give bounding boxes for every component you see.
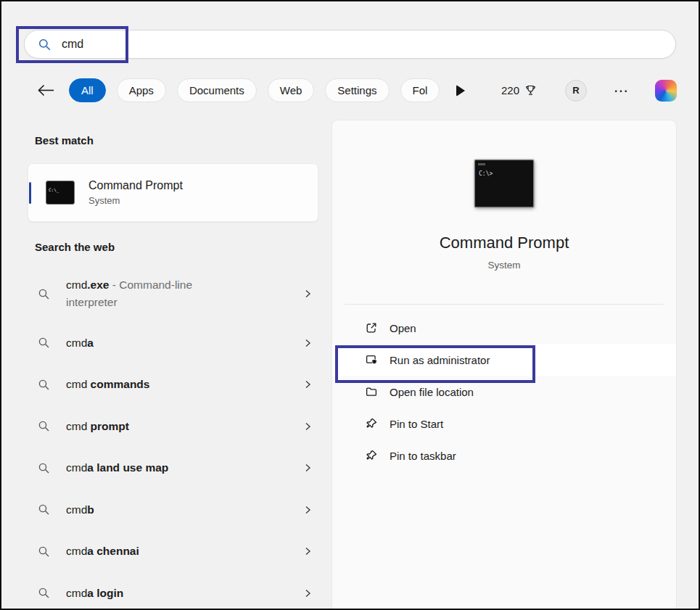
suggestion-text: cmd.exe - Command-line interpreter xyxy=(66,276,234,311)
tab-apps[interactable]: Apps xyxy=(117,78,166,102)
web-suggestion-row[interactable]: cmdb xyxy=(28,489,318,531)
pin-icon xyxy=(365,449,378,462)
suggestion-text: cmda chennai xyxy=(66,543,139,560)
preview-header: C:\> Command Prompt System xyxy=(332,120,676,271)
rewards-points: 220 xyxy=(501,84,519,96)
action-list: Open Run as administrator Open file loca… xyxy=(332,312,676,471)
web-suggestion-row[interactable]: cmd.exe - Command-line interpreter xyxy=(28,265,318,322)
search-icon xyxy=(38,420,50,432)
back-arrow-icon xyxy=(38,84,54,96)
search-results-area: Best match C:\_ Command Prompt System Se… xyxy=(28,102,677,610)
search-icon xyxy=(38,503,50,516)
preview-title: Command Prompt xyxy=(440,234,569,252)
suggestion-text: cmdb xyxy=(66,501,94,519)
chevron-right-icon[interactable] xyxy=(302,546,313,556)
web-suggestion-row[interactable]: cmda chennai xyxy=(28,531,318,573)
command-prompt-icon: C:\_ xyxy=(46,181,75,205)
web-suggestion-row[interactable]: cmda xyxy=(28,322,318,364)
selection-accent-bar xyxy=(29,182,31,204)
command-prompt-icon-large: C:\> xyxy=(474,160,534,207)
action-open[interactable]: Open xyxy=(332,312,676,344)
search-icon xyxy=(38,379,50,391)
best-match-subtitle: System xyxy=(88,195,183,206)
search-highlights-icon[interactable] xyxy=(456,85,465,96)
rewards-counter[interactable]: 220 xyxy=(501,84,537,96)
search-icon xyxy=(38,38,52,51)
tab-settings[interactable]: Settings xyxy=(325,78,389,102)
chevron-right-icon[interactable] xyxy=(302,338,313,348)
start-search-window: All Apps Documents Web Settings Fol 220 … xyxy=(0,0,700,610)
suggestion-text: cmd commands xyxy=(66,376,149,393)
search-input[interactable] xyxy=(62,38,662,51)
action-label: Pin to taskbar xyxy=(390,450,456,462)
avatar[interactable]: R xyxy=(565,80,587,102)
chevron-right-icon[interactable] xyxy=(302,421,313,432)
action-label: Run as administrator xyxy=(390,354,490,366)
chevron-right-icon[interactable] xyxy=(302,588,313,598)
chevron-right-icon[interactable] xyxy=(302,463,313,473)
search-filter-toolbar: All Apps Documents Web Settings Fol 220 … xyxy=(38,78,677,102)
run-as-admin-icon xyxy=(365,353,378,366)
tab-folders[interactable]: Fol xyxy=(400,78,440,102)
rewards-trophy-icon xyxy=(524,84,537,96)
web-suggestion-row[interactable]: cmd prompt xyxy=(28,405,318,448)
search-icon xyxy=(38,587,50,599)
action-run-as-administrator[interactable]: Run as administrator xyxy=(332,344,676,376)
suggestion-text: cmda land use map xyxy=(66,459,168,477)
web-suggestion-row[interactable]: cmda login xyxy=(28,572,318,610)
web-suggestion-row[interactable]: cmda land use map xyxy=(28,448,318,490)
best-match-texts: Command Prompt System xyxy=(88,179,183,206)
action-label: Open file location xyxy=(390,386,474,398)
action-pin-to-start[interactable]: Pin to Start xyxy=(332,408,676,440)
best-match-item[interactable]: C:\_ Command Prompt System xyxy=(28,163,318,222)
search-icon xyxy=(38,462,50,474)
search-the-web-header: Search the web xyxy=(35,241,318,254)
suggestion-text: cmd prompt xyxy=(66,418,129,435)
search-icon xyxy=(38,288,50,300)
tab-documents[interactable]: Documents xyxy=(177,78,257,102)
open-icon xyxy=(365,321,378,334)
web-suggestion-row[interactable]: cmd commands xyxy=(28,364,318,406)
chevron-right-icon[interactable] xyxy=(302,289,313,299)
action-label: Pin to Start xyxy=(390,418,443,430)
suggestion-text: cmda login xyxy=(66,585,123,602)
action-open-file-location[interactable]: Open file location xyxy=(332,376,676,408)
best-match-title: Command Prompt xyxy=(88,179,183,192)
divider xyxy=(345,304,664,305)
folder-icon xyxy=(365,385,378,398)
best-match-header: Best match xyxy=(35,134,318,147)
pin-icon xyxy=(365,417,378,430)
web-suggestions-list: cmd.exe - Command-line interpreter cmda … xyxy=(28,265,318,610)
preview-subtitle: System xyxy=(487,260,520,271)
tab-all[interactable]: All xyxy=(69,78,106,102)
chevron-right-icon[interactable] xyxy=(302,379,313,390)
suggestion-text: cmda xyxy=(66,334,94,352)
tab-web[interactable]: Web xyxy=(268,78,315,102)
results-column: Best match C:\_ Command Prompt System Se… xyxy=(28,102,318,610)
copilot-icon[interactable] xyxy=(655,80,677,102)
search-bar[interactable] xyxy=(24,30,676,59)
more-options-icon[interactable]: ⋯ xyxy=(614,83,628,98)
chevron-right-icon[interactable] xyxy=(302,505,313,515)
preview-panel: C:\> Command Prompt System Open Run as a… xyxy=(332,120,677,609)
back-button[interactable] xyxy=(38,84,54,96)
search-icon xyxy=(38,545,50,558)
search-icon xyxy=(38,337,50,349)
action-label: Open xyxy=(390,322,416,334)
action-pin-to-taskbar[interactable]: Pin to taskbar xyxy=(332,440,676,471)
